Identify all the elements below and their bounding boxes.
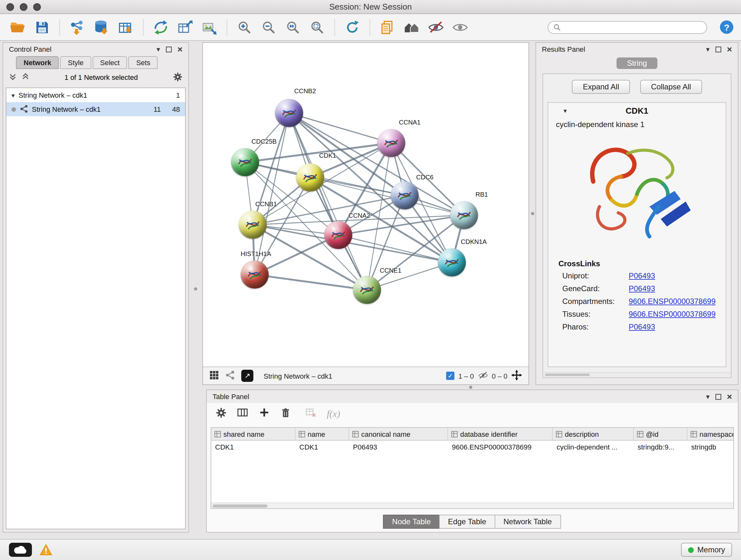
birdseye-view-toggle[interactable]: ↗ [241,370,253,382]
network-node-CDC25B[interactable] [231,148,259,176]
import-network-from-file-button[interactable] [67,17,87,37]
hidden-eye-slash-icon[interactable] [478,371,488,381]
hide-graphics-details-button[interactable] [426,17,446,37]
pan-crosshair-icon[interactable] [511,370,522,382]
show-graphics-details-button[interactable] [450,17,470,37]
crosslink-link[interactable]: 9606.ENSP00000378699 [629,297,716,306]
results-scrollbar[interactable] [544,372,730,377]
selected-checkbox-icon[interactable]: ✓ [446,372,455,380]
maximize-window-button[interactable] [33,3,41,11]
expand-all-icon[interactable] [22,73,29,82]
column-header--id[interactable]: @id [634,428,687,440]
export-image-button[interactable] [199,17,219,37]
grid-view-icon[interactable] [209,370,219,381]
home-button[interactable] [401,17,422,37]
column-header-name[interactable]: name [295,428,349,440]
network-node-CCNB2[interactable] [275,99,303,127]
crosslink-label: Pharos: [562,322,629,331]
tab-node-table[interactable]: Node Table [383,515,440,529]
column-header-description[interactable]: description [553,428,634,440]
cloud-button[interactable] [9,543,32,557]
tab-style[interactable]: Style [60,56,91,69]
search-box[interactable] [548,21,707,34]
delete-column-trash-icon[interactable] [280,407,291,421]
float-panel-icon[interactable]: ▾ [706,393,710,400]
create-column-plus-icon[interactable] [259,407,270,421]
table-cell[interactable]: cyclin-dependent ... [553,443,634,451]
save-session-button[interactable] [32,17,52,37]
close-panel-icon[interactable]: × [727,46,732,53]
zoom-out-button[interactable] [259,17,279,37]
section-disclosure-icon[interactable]: ▾ [563,107,567,114]
network-node-CCNE1[interactable] [353,276,381,304]
crosslink-link[interactable]: 9606.ENSP00000378699 [629,310,716,319]
network-collection-row[interactable]: ▾ String Network – cdk1 1 [6,88,185,102]
column-header-namespace[interactable]: namespace [687,428,734,440]
tab-edge-table[interactable]: Edge Table [439,515,495,529]
memory-button[interactable]: Memory [681,543,732,557]
network-tools-button[interactable] [151,17,171,37]
table-cell[interactable]: CDK1 [211,443,295,451]
column-header-database-identifier[interactable]: database identifier [448,428,553,440]
search-input[interactable] [565,23,701,31]
splitter-handle[interactable] [469,386,472,389]
crosslink-link[interactable]: P06493 [629,284,655,293]
close-panel-icon[interactable]: × [178,46,183,53]
network-options-gear-icon[interactable] [173,72,183,83]
copy-button[interactable] [377,17,398,37]
splitter-handle[interactable] [194,287,197,291]
network-node-CDC6[interactable] [391,181,419,209]
column-header-canonical-name[interactable]: canonical name [349,428,448,440]
results-tab-string[interactable]: String [616,57,657,69]
refresh-view-button[interactable] [342,17,362,37]
collapse-all-icon[interactable] [9,73,17,82]
help-button[interactable]: ? [720,20,733,34]
table-cell[interactable]: 9606.ENSP00000378699 [448,443,553,451]
close-panel-icon[interactable]: × [727,393,732,400]
float-panel-icon[interactable]: ▾ [157,46,160,53]
crosslink-link[interactable]: P06493 [629,322,655,331]
zoom-in-button[interactable] [234,17,255,37]
tab-network[interactable]: Network [16,56,59,69]
network-node-RB1[interactable] [450,201,478,229]
network-node-CDK1[interactable] [296,164,324,192]
network-row[interactable]: String Network – cdk1 11 48 [6,102,185,116]
network-node-HIST1H1A[interactable] [241,260,269,289]
import-table-from-file-button[interactable] [116,17,136,37]
network-canvas[interactable]: CCNB2CCNA1CDC25BCDK1CDC6RB1CCNB1CCNA2CDK… [203,43,529,367]
crosslink-link[interactable]: P06493 [629,271,655,280]
zoom-fit-button[interactable] [283,17,303,37]
splitter-handle[interactable] [531,212,534,215]
close-window-button[interactable] [6,3,14,11]
tree-disclosure-icon[interactable]: ▾ [11,91,15,99]
tab-sets[interactable]: Sets [129,56,158,69]
maximize-panel-icon[interactable] [716,46,721,52]
export-table-button[interactable] [175,17,195,37]
collapse-all-button[interactable]: Collapse All [640,80,702,94]
tab-network-table[interactable]: Network Table [495,515,561,529]
maximize-panel-icon[interactable] [166,46,172,52]
import-network-from-database-button[interactable] [91,17,112,37]
network-node-CDKN1A[interactable] [438,248,466,276]
table-cell[interactable]: stringdb:9... [634,443,687,451]
maximize-panel-icon[interactable] [716,394,721,399]
table-cell[interactable]: stringdb [687,443,734,451]
minimize-window-button[interactable] [20,3,27,11]
zoom-selected-button[interactable] [307,17,327,37]
table-cell[interactable]: CDK1 [295,443,349,451]
network-node-CCNA2[interactable] [324,221,352,249]
table-horizontal-scrollbar[interactable] [211,503,733,508]
table-cell[interactable]: P06493 [349,443,448,451]
network-overview-icon[interactable] [225,370,235,381]
expand-all-button[interactable]: Expand All [572,80,630,94]
table-settings-gear-icon[interactable] [216,407,226,421]
table-data-row[interactable]: CDK1CDK1P064939606.ENSP00000378699cyclin… [211,441,733,453]
network-node-CCNA1[interactable] [377,129,405,157]
network-node-CCNB1[interactable] [239,211,267,239]
float-panel-icon[interactable]: ▾ [706,46,710,53]
show-columns-icon[interactable] [237,407,248,421]
open-session-button[interactable] [8,17,28,37]
warning-icon[interactable] [40,544,52,558]
column-header-shared-name[interactable]: shared name [211,428,295,440]
tab-select[interactable]: Select [92,56,127,69]
